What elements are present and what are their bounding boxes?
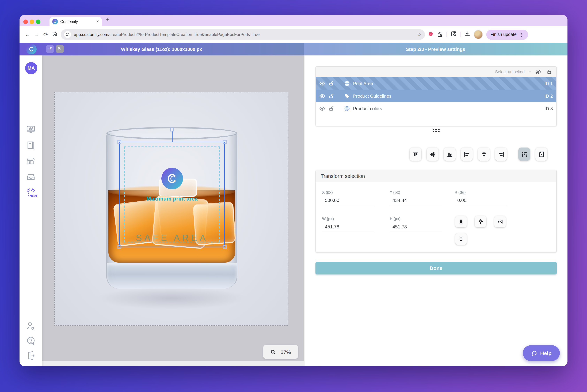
send-backward-button[interactable] xyxy=(475,216,486,228)
visibility-eye-icon[interactable] xyxy=(319,80,325,86)
sidebar-item-store[interactable] xyxy=(26,156,36,166)
rotation-input[interactable] xyxy=(455,194,507,206)
close-tab-icon[interactable]: ✕ xyxy=(96,20,99,23)
x-field: X (px) xyxy=(322,190,374,206)
layer-id: ID 3 xyxy=(545,106,553,111)
glass-reflection xyxy=(96,287,246,309)
y-field: Y (px) xyxy=(390,190,442,206)
customily-watermark-logo[interactable] xyxy=(161,168,183,189)
palette-icon xyxy=(344,106,350,112)
user-avatar[interactable]: MA xyxy=(25,62,37,74)
sidebar-item-help[interactable] xyxy=(26,336,36,346)
flip-horizontal-button[interactable] xyxy=(494,216,506,228)
settings-panel: Select unlocked xyxy=(305,56,568,366)
home-icon[interactable] xyxy=(50,31,59,38)
visibility-eye-icon[interactable] xyxy=(319,106,325,112)
layer-row-product-colors[interactable]: Product colors ID 3 xyxy=(316,102,556,115)
address-bar[interactable]: app.customily.com/createProduct2?forProd… xyxy=(61,29,425,40)
customily-favicon xyxy=(52,19,58,24)
layer-row-print-area[interactable]: Print Area ID 1 xyxy=(316,77,556,90)
maximize-window-button[interactable] xyxy=(36,19,40,24)
finish-update-button[interactable]: Finish update ⋮ xyxy=(486,30,528,40)
unlock-icon[interactable] xyxy=(328,80,334,86)
download-icon[interactable] xyxy=(464,31,470,38)
done-button[interactable]: Done xyxy=(315,262,557,274)
browser-tab[interactable]: Customily ✕ xyxy=(49,17,102,26)
width-label: W (px) xyxy=(322,216,374,221)
close-window-button[interactable] xyxy=(23,19,28,24)
sidebar-item-templates[interactable] xyxy=(26,140,36,150)
layer-name: Product Guidelines xyxy=(353,93,541,98)
history-controls: ↺ ↻ xyxy=(46,45,64,53)
layers-drag-handle[interactable] xyxy=(305,129,568,132)
y-label: Y (px) xyxy=(390,190,442,194)
layer-name: Print Area xyxy=(353,81,541,86)
product-image[interactable]: Maximum print area SAFE AREA xyxy=(54,92,288,326)
align-left-button[interactable] xyxy=(461,148,473,161)
help-button[interactable]: Help xyxy=(523,345,560,361)
rotation-handle[interactable] xyxy=(170,128,174,132)
toolbar-divider xyxy=(460,32,461,37)
sidebar-item-design-studio[interactable] xyxy=(26,124,36,134)
extension-strawberry-icon[interactable] xyxy=(428,31,434,38)
y-input[interactable] xyxy=(390,194,442,206)
sidebar-item-pod-products[interactable]: POD xyxy=(26,187,36,198)
browser-menu-icon[interactable]: ⋮ xyxy=(519,32,524,37)
width-input[interactable] xyxy=(322,221,374,232)
layer-row-product-guidelines[interactable]: Product Guidelines ID 2 xyxy=(316,90,556,102)
browser-profile-avatar[interactable] xyxy=(474,30,483,39)
resize-handle-top-left[interactable] xyxy=(117,140,121,144)
transform-selection-tool-button[interactable] xyxy=(518,148,530,161)
tab-search-icon[interactable] xyxy=(450,31,457,38)
toolbar-right-icons: Finish update ⋮ xyxy=(428,30,530,40)
printer-icon xyxy=(344,80,350,86)
x-input[interactable] xyxy=(322,194,374,206)
sidebar-item-orders-inbox[interactable] xyxy=(26,172,36,182)
minimize-window-button[interactable] xyxy=(30,19,34,24)
resize-handle-bottom-left[interactable] xyxy=(117,245,121,249)
back-icon[interactable]: ← xyxy=(23,32,32,38)
app-sidebar: MA POD xyxy=(19,56,42,366)
zoom-level: 67% xyxy=(280,349,291,355)
visibility-eye-icon[interactable] xyxy=(319,93,325,99)
print-area-selection[interactable] xyxy=(119,142,225,247)
height-field: H (px) xyxy=(390,216,442,232)
redo-button[interactable]: ↻ xyxy=(56,45,64,53)
sidebar-item-logout[interactable] xyxy=(26,350,36,360)
align-vertical-center-button[interactable] xyxy=(427,148,439,161)
safe-area-guide xyxy=(124,146,220,242)
resize-handle-top-right[interactable] xyxy=(223,140,227,144)
finish-update-label: Finish update xyxy=(491,32,517,37)
align-bottom-button[interactable] xyxy=(444,148,456,161)
unlock-icon[interactable] xyxy=(328,106,334,112)
height-input[interactable] xyxy=(390,221,442,232)
extensions-puzzle-icon[interactable] xyxy=(437,31,443,38)
align-top-button[interactable] xyxy=(410,148,421,161)
zoom-control[interactable]: 67% xyxy=(263,345,298,359)
rotation-field: R (dg) xyxy=(455,190,507,206)
site-info-icon[interactable] xyxy=(64,31,71,38)
height-label: H (px) xyxy=(390,216,442,221)
new-tab-button[interactable]: + xyxy=(106,16,109,23)
sidebar-divider xyxy=(19,79,42,79)
bookmark-star-icon[interactable]: ☆ xyxy=(417,32,421,37)
hide-all-eye-off-icon[interactable] xyxy=(536,69,541,75)
unlock-icon[interactable] xyxy=(328,93,334,99)
add-artboard-button[interactable] xyxy=(536,148,547,161)
align-horizontal-center-button[interactable] xyxy=(478,148,490,161)
help-label: Help xyxy=(540,350,552,356)
reload-icon[interactable]: ⟳ xyxy=(41,31,50,38)
resize-handle-bottom-right[interactable] xyxy=(223,245,227,249)
tag-icon xyxy=(344,93,350,99)
flip-vertical-button[interactable] xyxy=(455,233,467,245)
tab-title: Customily xyxy=(60,19,94,24)
forward-icon[interactable]: → xyxy=(32,32,41,38)
lock-all-icon[interactable] xyxy=(546,69,552,75)
align-right-button[interactable] xyxy=(495,148,507,161)
sidebar-item-account-settings[interactable] xyxy=(26,321,36,331)
canvas-scrollbar[interactable] xyxy=(42,361,304,366)
layers-header: Select unlocked xyxy=(316,66,556,77)
undo-button[interactable]: ↺ xyxy=(46,45,54,53)
design-canvas[interactable]: Maximum print area SAFE AREA 67% xyxy=(42,56,304,361)
bring-forward-button[interactable] xyxy=(455,216,467,228)
